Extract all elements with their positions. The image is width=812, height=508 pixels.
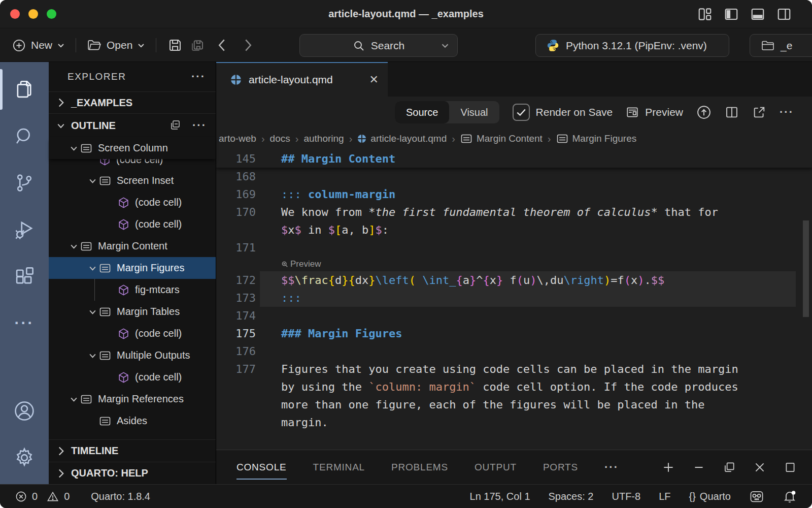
customize-layout-icon[interactable] xyxy=(697,7,713,22)
outline-item-fig-mtcars[interactable]: fig-mtcars xyxy=(49,279,216,301)
code-cell-icon xyxy=(118,371,129,384)
source-visual-toggle: Source Visual xyxy=(395,101,499,123)
outline-item-code-cell[interactable]: (code cell) xyxy=(49,366,216,388)
chevron-right-icon xyxy=(55,98,67,108)
outline-item-label: (code cell) xyxy=(135,328,182,339)
outline-item-margin-tables[interactable]: Margin Tables xyxy=(49,301,216,323)
quarto-version-status[interactable]: Quarto: 1.8.4 xyxy=(91,491,150,502)
breadcrumb-item[interactable]: article-layout.qmd xyxy=(357,133,447,144)
sticky-scroll-line[interactable]: 145 ## Margin Content xyxy=(216,149,812,168)
editor-scrollbar[interactable] xyxy=(803,220,809,317)
line-number: 172 xyxy=(216,274,256,287)
section-quarto-help[interactable]: QUARTO: HELP xyxy=(49,462,216,484)
collapse-all-icon[interactable] xyxy=(169,119,181,132)
indentation-status[interactable]: Spaces: 2 xyxy=(549,491,594,502)
toggle-left-sidebar-icon[interactable] xyxy=(724,7,739,22)
breadcrumb-item[interactable]: Margin Figures xyxy=(556,133,637,144)
panel-tab-output[interactable]: OUTPUT xyxy=(475,450,517,484)
activitybar-run-debug[interactable] xyxy=(0,206,49,253)
outline-item-asides[interactable]: Asides xyxy=(49,410,216,432)
render-on-save-option[interactable]: Render on Save xyxy=(513,104,613,121)
save-icon[interactable] xyxy=(167,38,183,53)
outline-item-code-cell[interactable]: (code cell) xyxy=(49,323,216,344)
outline-item-screen-inset[interactable]: Screen Inset xyxy=(49,170,216,192)
notifications-bell-icon[interactable] xyxy=(783,489,797,503)
outline-item-code-cell[interactable]: (code cell) xyxy=(49,192,216,213)
outline-item-code-cell[interactable]: (code cell) xyxy=(49,213,216,235)
restore-panel-icon[interactable] xyxy=(723,461,736,474)
outline-item-code-cell[interactable]: (code cell) xyxy=(49,159,216,170)
navigate-back-icon[interactable] xyxy=(212,39,231,52)
activitybar-settings[interactable] xyxy=(0,434,49,481)
math-preview-lens[interactable]: Preview xyxy=(216,257,812,271)
activitybar-more[interactable]: ··· xyxy=(0,300,49,346)
maximize-panel-icon[interactable] xyxy=(784,461,797,474)
toggle-right-sidebar-icon[interactable] xyxy=(776,7,792,22)
activitybar-account[interactable] xyxy=(0,388,49,434)
chevron-down-icon xyxy=(86,178,99,184)
outline-item-multiple-outputs[interactable]: Multiple Outputs xyxy=(49,344,216,366)
open-external-icon[interactable] xyxy=(752,105,766,119)
outline-item-margin-figures[interactable]: Margin Figures xyxy=(49,257,216,279)
panel-tab-problems[interactable]: PROBLEMS xyxy=(391,450,448,484)
new-button[interactable]: New xyxy=(12,39,64,52)
editor-tab[interactable]: article-layout.qmd ✕ xyxy=(216,62,388,97)
panel-tab-console[interactable]: CONSOLE xyxy=(236,450,287,484)
chevron-down-icon xyxy=(138,43,145,48)
breadcrumb-item[interactable]: authoring xyxy=(303,133,344,144)
panel-tab-ports[interactable]: PORTS xyxy=(543,450,578,484)
source-mode-button[interactable]: Source xyxy=(395,101,449,123)
global-search-box[interactable]: Search xyxy=(299,34,458,57)
activitybar-source-control[interactable] xyxy=(0,160,49,206)
assistant-icon[interactable] xyxy=(749,489,764,503)
preview-button[interactable]: Preview xyxy=(626,106,683,119)
interpreter-selector[interactable]: Python 3.12.1 (PipEnv: .venv) xyxy=(535,34,729,57)
more-actions-icon[interactable]: ··· xyxy=(780,106,794,119)
project-button[interactable]: _e xyxy=(750,34,812,57)
code-editor[interactable]: 145 ## Margin Content 168169::: column-m… xyxy=(216,149,812,450)
warning-icon xyxy=(47,491,59,502)
outline-item-label: (code cell) xyxy=(135,197,182,208)
outline-item-margin-content[interactable]: Margin Content xyxy=(49,235,216,257)
minimize-panel-icon[interactable] xyxy=(692,461,705,474)
breadcrumb-item[interactable]: Margin Content xyxy=(460,133,543,144)
section-timeline[interactable]: TIMELINE xyxy=(49,439,216,462)
close-window-button[interactable] xyxy=(10,9,20,19)
breadcrumb-item[interactable]: docs xyxy=(270,133,290,144)
more-actions-icon[interactable]: ··· xyxy=(191,70,206,83)
minimize-window-button[interactable] xyxy=(28,9,38,19)
toggle-bottom-panel-icon[interactable] xyxy=(750,7,765,22)
close-tab-icon[interactable]: ✕ xyxy=(369,73,379,86)
problems-status[interactable]: 0 0 xyxy=(15,491,70,502)
panel-tab-terminal[interactable]: TERMINAL xyxy=(313,450,365,484)
zoom-window-button[interactable] xyxy=(47,9,56,19)
new-console-icon[interactable] xyxy=(662,461,675,474)
encoding-status[interactable]: UTF-8 xyxy=(612,491,640,502)
outline-item-label: Screen Column xyxy=(98,142,168,154)
section-outline[interactable]: OUTLINE ··· xyxy=(49,114,216,137)
search-icon xyxy=(14,125,35,147)
language-mode-status[interactable]: {}Quarto xyxy=(689,491,731,502)
section-examples[interactable]: _EXAMPLES xyxy=(49,91,216,114)
more-actions-icon[interactable]: ··· xyxy=(192,119,207,132)
eol-status[interactable]: LF xyxy=(659,491,670,502)
publish-icon[interactable] xyxy=(696,105,712,120)
timeline-label: TIMELINE xyxy=(71,445,118,457)
checkbox-checked-icon[interactable] xyxy=(513,104,530,121)
panel-tabs-more[interactable]: ··· xyxy=(604,450,619,484)
split-editor-icon[interactable] xyxy=(725,105,739,119)
breadcrumb-item[interactable]: arto-web xyxy=(219,133,256,144)
save-all-icon[interactable] xyxy=(190,38,205,53)
outline-item-screen-column[interactable]: Screen Column xyxy=(49,137,216,159)
new-label: New xyxy=(31,39,52,51)
close-panel-icon[interactable] xyxy=(753,461,766,474)
activitybar-extensions[interactable] xyxy=(0,253,49,300)
outline-item-margin-references[interactable]: Margin References xyxy=(49,388,216,410)
outline-item-label: fig-mtcars xyxy=(135,284,180,296)
activitybar-search[interactable] xyxy=(0,113,49,160)
visual-mode-button[interactable]: Visual xyxy=(449,101,499,123)
open-button[interactable]: Open xyxy=(87,39,145,51)
activitybar-explorer[interactable] xyxy=(0,66,49,113)
cursor-position-status[interactable]: Ln 175, Col 1 xyxy=(470,491,530,502)
navigate-forward-icon[interactable] xyxy=(239,39,258,52)
